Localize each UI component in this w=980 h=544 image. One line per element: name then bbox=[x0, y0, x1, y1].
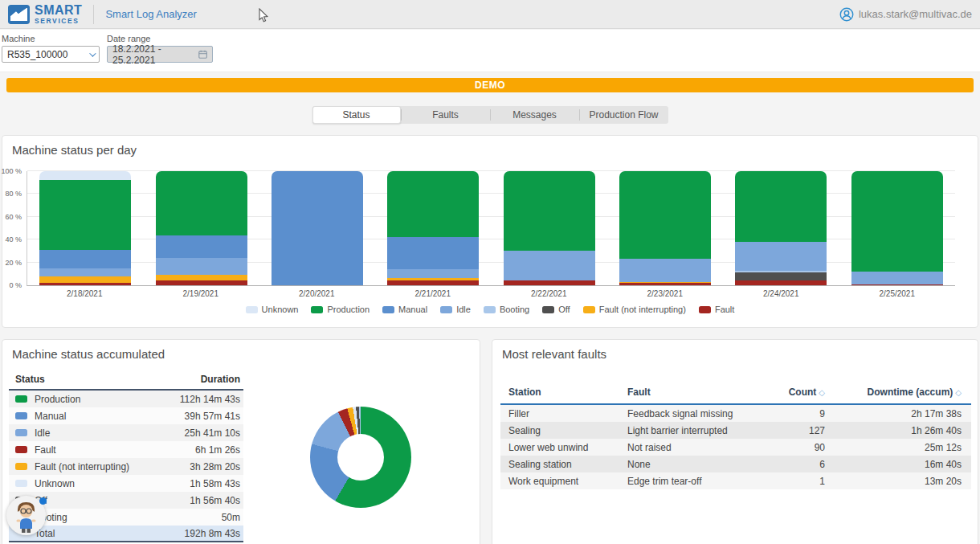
date-range-input[interactable]: 18.2.2021 - 25.2.2021 bbox=[107, 46, 213, 63]
faults-cell-downtime-accum: 2h 17m 38s bbox=[825, 408, 962, 419]
segment-fault[interactable] bbox=[851, 284, 943, 285]
segment-production[interactable] bbox=[39, 180, 131, 250]
fault-color-chip bbox=[699, 306, 711, 313]
segment-fault[interactable] bbox=[735, 280, 827, 285]
app-title: Smart Log Analyzer bbox=[105, 8, 196, 20]
faults-cell-station: Work equipment bbox=[508, 476, 627, 487]
segment-idle[interactable] bbox=[851, 272, 943, 284]
segment-production[interactable] bbox=[387, 171, 479, 237]
legend-label: Fault bbox=[715, 305, 734, 314]
x-axis-label: 2/19/2021 bbox=[143, 289, 259, 298]
segment-idle[interactable] bbox=[619, 259, 711, 281]
accum-duration-value: 1h 56m 40s bbox=[190, 495, 240, 506]
segment-fault[interactable] bbox=[39, 283, 131, 285]
segment-manual[interactable] bbox=[272, 171, 363, 285]
segment-fault-not-interrupting[interactable] bbox=[156, 275, 247, 280]
faults-row-sealing[interactable]: SealingLight barrier interrupted1271h 26… bbox=[500, 422, 971, 439]
tab-faults[interactable]: Faults bbox=[402, 106, 490, 124]
tab-production-flow[interactable]: Production Flow bbox=[580, 106, 668, 124]
x-axis-label: 2/22/2021 bbox=[491, 289, 607, 298]
accum-row-production[interactable]: Production112h 14m 43s bbox=[9, 391, 243, 407]
segment-production[interactable] bbox=[156, 171, 247, 235]
sort-icon[interactable]: ◇ bbox=[955, 388, 962, 397]
segment-idle[interactable] bbox=[156, 258, 247, 275]
legend-item-fault: Fault bbox=[699, 305, 734, 314]
accum-row-fault[interactable]: Fault6h 1m 26s bbox=[9, 441, 243, 458]
segment-off[interactable] bbox=[735, 272, 827, 280]
legend-label: Manual bbox=[398, 305, 427, 314]
calendar-icon bbox=[198, 49, 207, 59]
x-axis-label: 2/18/2021 bbox=[27, 289, 143, 298]
bars-area bbox=[27, 171, 955, 285]
accum-row-fault-not-interrupting[interactable]: Fault (not interrupting)3h 28m 20s bbox=[9, 458, 243, 475]
manual-color-chip bbox=[15, 412, 27, 419]
faults-col-downtime-accum[interactable]: Downtime (accum)◇ bbox=[825, 387, 962, 398]
segment-idle[interactable] bbox=[387, 269, 479, 278]
accum-duration-value: 1h 58m 43s bbox=[190, 478, 240, 489]
bar-2-18-2021 bbox=[39, 171, 131, 285]
segment-manual[interactable] bbox=[156, 235, 247, 258]
faults-row-lower-web-unwind[interactable]: Lower web unwindNot raised9025m 12s bbox=[500, 439, 971, 456]
segment-fault[interactable] bbox=[387, 280, 479, 285]
accum-duration-value: 6h 1m 26s bbox=[195, 444, 240, 456]
segment-production[interactable] bbox=[619, 171, 711, 259]
machine-select[interactable]: R535_100000 bbox=[2, 46, 100, 63]
faults-cell-downtime-accum: 25m 12s bbox=[825, 442, 962, 453]
accum-duration-value: 39h 57m 41s bbox=[185, 411, 240, 422]
y-tick-label: 60 % bbox=[5, 213, 22, 221]
booting-color-chip bbox=[484, 306, 496, 313]
y-tick-label: 40 % bbox=[5, 235, 22, 243]
chart-legend: UnknownProductionManualIdleBootingOffFau… bbox=[2, 305, 978, 314]
segment-idle[interactable] bbox=[504, 251, 595, 280]
bar-2-25-2021 bbox=[851, 171, 943, 285]
production-color-chip bbox=[311, 306, 323, 313]
manual-color-chip bbox=[382, 306, 394, 313]
segment-production[interactable] bbox=[735, 171, 827, 242]
segment-fault-not-interrupting[interactable] bbox=[39, 276, 131, 284]
faults-row-work-equipment[interactable]: Work equipmentEdge trim tear-off113m 20s bbox=[500, 472, 971, 489]
sort-icon[interactable]: ◇ bbox=[819, 388, 825, 397]
assistant-bot-button[interactable] bbox=[6, 496, 46, 535]
logo-text-services: SERVICES bbox=[35, 18, 82, 25]
bar-slot bbox=[27, 171, 143, 285]
bar-slot bbox=[375, 171, 491, 285]
faults-col-count[interactable]: Count◇ bbox=[737, 387, 825, 398]
accum-row-idle[interactable]: Idle25h 41m 10s bbox=[9, 424, 243, 441]
segment-unknown[interactable] bbox=[39, 171, 131, 180]
accum-row-unknown[interactable]: Unknown1h 58m 43s bbox=[9, 475, 243, 492]
legend-item-unknown: Unknown bbox=[246, 305, 299, 314]
bar-2-23-2021 bbox=[619, 171, 711, 285]
faults-cell-fault: Light barrier interrupted bbox=[627, 425, 737, 436]
segment-manual[interactable] bbox=[387, 237, 479, 269]
legend-label: Production bbox=[327, 305, 370, 314]
filter-bar: Machine R535_100000 Date range 18.2.2021… bbox=[0, 30, 980, 72]
tab-status[interactable]: Status bbox=[312, 106, 401, 124]
segment-idle[interactable] bbox=[39, 268, 131, 276]
user-menu[interactable]: lukas.stark@multivac.de bbox=[839, 7, 972, 22]
accum-row-manual[interactable]: Manual39h 57m 41s bbox=[9, 407, 243, 424]
segment-idle[interactable] bbox=[735, 242, 827, 271]
segment-fault[interactable] bbox=[619, 283, 711, 285]
segment-manual[interactable] bbox=[39, 250, 131, 268]
faults-cell-station: Lower web unwind bbox=[508, 442, 627, 453]
most-relevant-faults-card: Most relevant faults StationFaultCount◇D… bbox=[492, 339, 978, 544]
logo-text-smart: SMART bbox=[35, 4, 82, 17]
segment-production[interactable] bbox=[504, 171, 595, 251]
bar-slot bbox=[723, 171, 839, 285]
bar-slot bbox=[259, 171, 375, 285]
accum-col-duration: Duration bbox=[201, 374, 240, 385]
faults-cell-station: Sealing station bbox=[508, 459, 627, 470]
tab-messages[interactable]: Messages bbox=[491, 106, 579, 124]
faults-row-sealing-station[interactable]: Sealing stationNone616m 40s bbox=[500, 456, 971, 472]
chevron-down-icon bbox=[89, 50, 96, 56]
stacked-bar-chart: 0 %20 %40 %60 %80 %100 % bbox=[27, 171, 955, 286]
segment-fault[interactable] bbox=[156, 280, 247, 285]
y-tick-label: 20 % bbox=[5, 259, 22, 267]
y-tick-label: 100 % bbox=[1, 167, 22, 175]
fault-color-chip bbox=[15, 446, 27, 453]
demo-banner-label: DEMO bbox=[475, 80, 505, 91]
faults-cell-fault: None bbox=[627, 459, 737, 470]
segment-fault[interactable] bbox=[504, 280, 595, 285]
faults-row-filler[interactable]: FillerFeedback signal missing92h 17m 38s bbox=[500, 405, 971, 422]
segment-production[interactable] bbox=[851, 171, 943, 272]
